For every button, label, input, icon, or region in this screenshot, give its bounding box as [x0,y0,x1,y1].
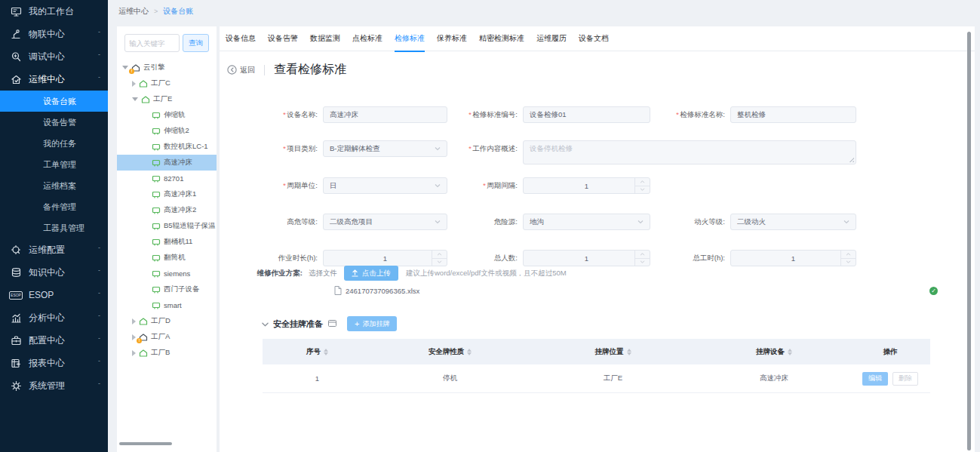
work-desc-textarea[interactable]: 设备停机检修 [523,140,856,165]
sidebar-item-ops-archive[interactable]: 运维档案 [0,175,108,196]
field-label: 总人数: [447,250,523,266]
sidebar-item-work-orders[interactable]: 工单管理 [0,154,108,175]
tab-precision-check-standard[interactable]: 精密检测标准 [479,26,524,51]
stepper-up-icon[interactable] [432,251,447,259]
sidebar-item-ops-center[interactable]: 运维中心 ˆ [0,68,108,91]
sidebar-item-equipment-alarm[interactable]: 设备告警 [0,112,108,133]
sidebar-item-iot[interactable]: 物联中心 ˇ [0,23,108,45]
tree-node-device[interactable]: 高速冲床1 [117,186,217,202]
tree-node-factory-c[interactable]: 工厂C [117,75,217,91]
tree-node-device-selected[interactable]: 高速冲床 [117,155,217,171]
caret-expanded-icon[interactable] [132,97,138,101]
file-select-text[interactable]: 选择文件 [309,266,337,281]
stepper-up-icon[interactable] [841,251,856,259]
edit-button[interactable]: 编辑 [862,372,888,386]
cycle-unit-select[interactable]: 日 [323,177,447,194]
stepper-up-icon[interactable] [635,178,650,186]
stepper-down-icon[interactable] [635,259,650,266]
vertical-scrollbar[interactable] [967,32,971,450]
tab-device-info[interactable]: 设备信息 [226,26,256,51]
tree-node-factory-a[interactable]: ! 工厂A [117,329,217,345]
tree-node-device[interactable]: B5辊道辊子保温 [117,218,217,234]
sidebar-item-equipment-ledger[interactable]: 设备台账 [0,91,108,112]
tab-data-monitor[interactable]: 数据监测 [310,26,340,51]
tree-node-factory-b[interactable]: 工厂B [117,345,217,361]
uploaded-file-row[interactable]: 246170737096365.xlsx [334,286,938,295]
caret-collapsed-icon[interactable] [132,318,136,324]
work-hours-stepper[interactable]: 1 [323,250,447,266]
tree-node-device[interactable]: smart [117,297,217,313]
card-view-icon[interactable] [328,320,336,328]
project-type-select[interactable]: B-定期解体检查 [323,140,447,157]
standard-name-field[interactable]: 整机检修 [730,106,856,123]
standard-no-field[interactable]: 设备检修01 [523,106,650,123]
column-header[interactable]: 安全牌性质 [372,347,528,357]
tab-device-docs[interactable]: 设备文档 [579,26,609,51]
tab-maintenance-standard[interactable]: 保养标准 [437,26,467,51]
sidebar-item-my-tasks[interactable]: 我的任务 [0,133,108,154]
sidebar-item-config-center[interactable]: 配置中心 ˇ [0,329,108,352]
tree-node-device[interactable]: 82701 [117,171,217,186]
sort-icon[interactable] [627,349,631,355]
sidebar-item-esop[interactable]: ESOP ESOP ˇ [0,284,108,306]
tree-node-device[interactable]: 翻桶机11 [117,234,217,250]
delete-button[interactable]: 删除 [892,372,918,386]
sort-icon[interactable] [324,349,328,355]
risk-level-select[interactable]: 二级高危项目 [323,214,447,230]
fire-level-select[interactable]: 二级动火 [730,214,856,230]
sort-icon[interactable] [467,349,472,355]
tree-node-root[interactable]: ! 云引擎 [117,60,217,75]
search-input[interactable] [124,34,180,52]
caret-collapsed-icon[interactable] [132,81,136,87]
sidebar-item-spare-parts[interactable]: 备件管理 [0,196,108,217]
file-name[interactable]: 246170737096365.xlsx [346,287,419,295]
cycle-interval-stepper[interactable]: 1 [523,177,650,194]
column-header[interactable]: 挂牌设备 [698,347,850,357]
device-name-field[interactable]: 高速冲床 [323,106,447,123]
hazard-source-select[interactable]: 地沟 [523,214,650,230]
column-header[interactable]: 序号 [263,347,372,357]
column-header[interactable]: 挂牌位置 [528,347,698,357]
sidebar-item-tools[interactable]: 工器具管理 [0,217,108,238]
total-people-stepper[interactable]: 1 [523,250,650,266]
tree-node-device[interactable]: 伸缩轨2 [117,123,217,139]
tab-overhaul-standard[interactable]: 检修标准 [395,26,425,51]
stepper-up-icon[interactable] [635,251,650,259]
caret-collapsed-icon[interactable] [132,350,136,356]
caret-expanded-icon[interactable] [122,66,128,69]
tree-node-device[interactable]: 高速冲床2 [117,202,217,218]
caret-collapsed-icon[interactable] [132,334,136,340]
sort-icon[interactable] [788,349,792,355]
tree-node-label: 工厂C [151,78,171,88]
tree-node-device[interactable]: 翻筒机 [117,250,217,266]
horizontal-scrollbar[interactable] [119,442,172,445]
sidebar-item-analysis[interactable]: 分析中心 ˇ [0,306,108,329]
search-button[interactable]: 查询 [183,34,209,52]
tree-node-device[interactable]: 西门子设备 [117,281,217,297]
field-label: *工作内容概述: [447,140,523,157]
stepper-down-icon[interactable] [635,186,650,194]
sidebar-item-ops-config[interactable]: 运维配置 ˇ [0,238,108,261]
back-button[interactable]: 返回 [227,65,255,75]
tab-spot-check-standard[interactable]: 点检标准 [352,26,382,51]
sidebar-item-system-admin[interactable]: 系统管理 ˇ [0,374,108,397]
tab-device-alarm[interactable]: 设备告警 [268,26,298,51]
sidebar-item-debug[interactable]: 调试中心 ˇ [0,45,108,68]
total-man-hours-stepper[interactable]: 1 [730,250,856,266]
stepper-down-icon[interactable] [432,259,447,266]
tree-node-device[interactable]: 伸缩轨 [117,107,217,123]
sidebar-item-report-center[interactable]: 报表中心 ˇ [0,352,108,374]
breadcrumb-parent[interactable]: 运维中心 [118,6,149,17]
resize-handle-icon[interactable] [849,157,854,162]
collapse-chevron-icon[interactable] [262,320,269,328]
sidebar-item-workbench[interactable]: 我的工作台 [0,0,108,23]
sidebar-item-knowledge[interactable]: 知识中心 ˇ [0,261,108,284]
tree-node-device[interactable]: siemens [117,266,217,281]
tree-node-device[interactable]: 数控机床LC-1 [117,139,217,155]
tree-node-factory-e[interactable]: 工厂E [117,91,217,107]
tab-ops-history[interactable]: 运维履历 [536,26,567,51]
upload-button[interactable]: 点击上传 [344,266,398,281]
add-tag-button[interactable]: +添加挂牌 [347,316,397,331]
tree-node-factory-d[interactable]: 工厂D [117,313,217,329]
stepper-down-icon[interactable] [841,259,856,266]
